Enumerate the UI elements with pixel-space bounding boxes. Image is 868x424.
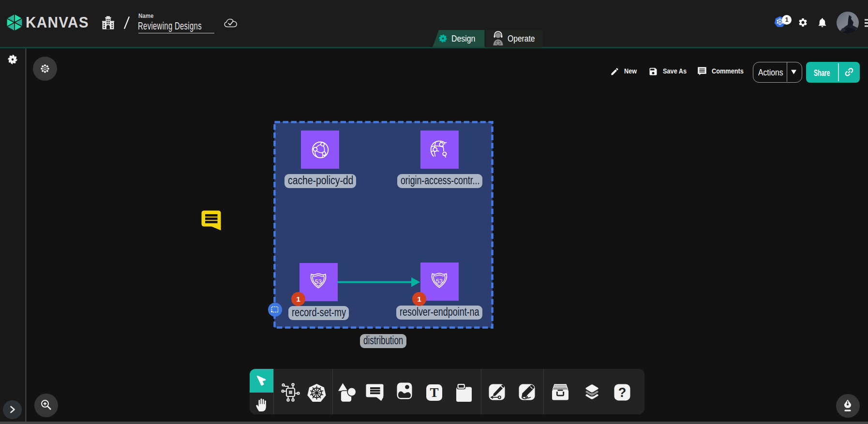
svg-text:53: 53 [315, 278, 322, 285]
svg-text:?: ? [618, 385, 627, 400]
svg-text:53: 53 [436, 278, 443, 285]
svg-text:T: T [430, 385, 438, 400]
